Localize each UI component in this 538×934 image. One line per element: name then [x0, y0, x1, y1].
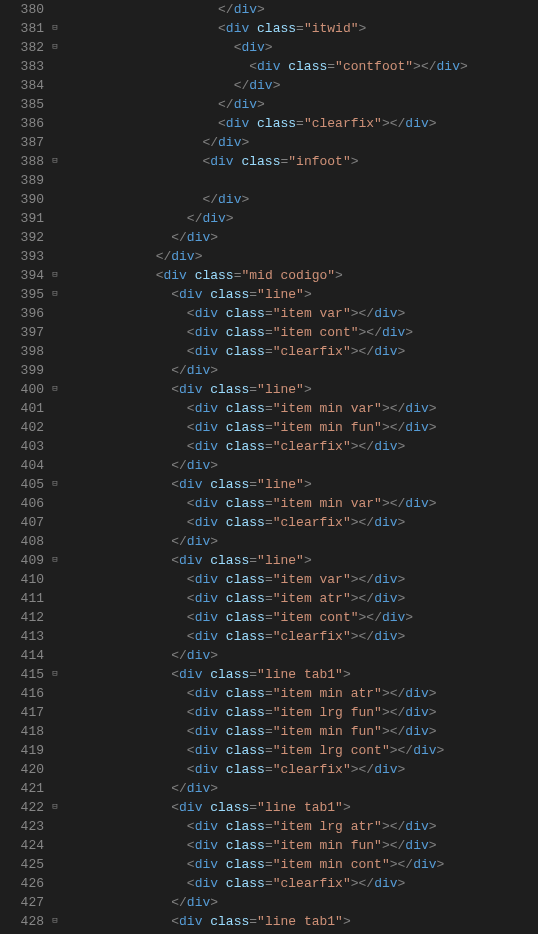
code-line[interactable]: <div class="clearfix"></div>: [62, 342, 538, 361]
code-line[interactable]: [62, 171, 538, 190]
code-line[interactable]: <div class="item cont"></div>: [62, 323, 538, 342]
code-line[interactable]: <div class="line tab1">: [62, 665, 538, 684]
fold-column: ⊟⊟⊟⊟⊟⊟⊟⊟⊟⊟⊟: [48, 0, 62, 934]
fold-spacer: [48, 703, 62, 722]
code-line[interactable]: <div class="line tab1">: [62, 798, 538, 817]
code-line[interactable]: </div>: [62, 456, 538, 475]
line-number: 389: [0, 171, 44, 190]
code-line[interactable]: <div class="line">: [62, 475, 538, 494]
fold-toggle-icon[interactable]: ⊟: [48, 152, 62, 171]
code-line[interactable]: </div>: [62, 361, 538, 380]
code-line[interactable]: <div class="item min atr"></div>: [62, 684, 538, 703]
line-number: 382: [0, 38, 44, 57]
line-number: 421: [0, 779, 44, 798]
line-number: 420: [0, 760, 44, 779]
code-line[interactable]: <div class="item atr"></div>: [62, 589, 538, 608]
fold-spacer: [48, 722, 62, 741]
code-line[interactable]: <div class="item min var"></div>: [62, 494, 538, 513]
code-line[interactable]: <div class="item lrg fun"></div>: [62, 703, 538, 722]
line-number: 414: [0, 646, 44, 665]
code-line[interactable]: <div class="item min fun"></div>: [62, 722, 538, 741]
line-number: 422: [0, 798, 44, 817]
code-line[interactable]: </div>: [62, 190, 538, 209]
fold-toggle-icon[interactable]: ⊟: [48, 912, 62, 931]
code-line[interactable]: <div class="item min var"></div>: [62, 399, 538, 418]
code-line[interactable]: <div class="clearfix"></div>: [62, 627, 538, 646]
code-line[interactable]: <div class="item min fun"></div>: [62, 836, 538, 855]
fold-toggle-icon[interactable]: ⊟: [48, 798, 62, 817]
fold-spacer: [48, 95, 62, 114]
line-number: 416: [0, 684, 44, 703]
fold-spacer: [48, 76, 62, 95]
code-line[interactable]: <div class="line tab1">: [62, 912, 538, 931]
line-number: 385: [0, 95, 44, 114]
code-line[interactable]: <div class="line">: [62, 551, 538, 570]
fold-spacer: [48, 190, 62, 209]
fold-spacer: [48, 209, 62, 228]
fold-spacer: [48, 874, 62, 893]
line-number: 406: [0, 494, 44, 513]
fold-toggle-icon[interactable]: ⊟: [48, 380, 62, 399]
line-number: 388: [0, 152, 44, 171]
code-line[interactable]: <div class="line">: [62, 380, 538, 399]
code-line[interactable]: <div class="item min fun"></div>: [62, 418, 538, 437]
code-line[interactable]: </div>: [62, 247, 538, 266]
line-number: 391: [0, 209, 44, 228]
code-line[interactable]: </div>: [62, 893, 538, 912]
line-number: 424: [0, 836, 44, 855]
fold-spacer: [48, 817, 62, 836]
code-line[interactable]: </div>: [62, 95, 538, 114]
code-line[interactable]: </div>: [62, 0, 538, 19]
code-line[interactable]: <div class="item var"></div>: [62, 304, 538, 323]
code-line[interactable]: <div class="item lrg cont"></div>: [62, 741, 538, 760]
code-line[interactable]: <div class="mid codigo">: [62, 266, 538, 285]
code-line[interactable]: <div class="item var"></div>: [62, 570, 538, 589]
line-number: 380: [0, 0, 44, 19]
fold-spacer: [48, 437, 62, 456]
line-number: 384: [0, 76, 44, 95]
fold-toggle-icon[interactable]: ⊟: [48, 19, 62, 38]
line-number: 400: [0, 380, 44, 399]
code-line[interactable]: </div>: [62, 228, 538, 247]
line-number: 386: [0, 114, 44, 133]
fold-spacer: [48, 608, 62, 627]
fold-toggle-icon[interactable]: ⊟: [48, 551, 62, 570]
fold-spacer: [48, 304, 62, 323]
line-number: 409: [0, 551, 44, 570]
code-line[interactable]: <div class="item lrg atr"></div>: [62, 817, 538, 836]
line-number: 426: [0, 874, 44, 893]
line-number: 423: [0, 817, 44, 836]
line-number: 402: [0, 418, 44, 437]
code-line[interactable]: <div class="contfoot"></div>: [62, 57, 538, 76]
code-line[interactable]: <div class="clearfix"></div>: [62, 513, 538, 532]
line-number: 408: [0, 532, 44, 551]
code-area[interactable]: </div> <div class="itwid"> <div> <div cl…: [62, 0, 538, 934]
code-line[interactable]: </div>: [62, 779, 538, 798]
line-number-gutter: 3803813823833843853863873883893903913923…: [0, 0, 48, 934]
code-line[interactable]: <div class="clearfix"></div>: [62, 874, 538, 893]
code-line[interactable]: </div>: [62, 532, 538, 551]
fold-toggle-icon[interactable]: ⊟: [48, 285, 62, 304]
code-line[interactable]: </div>: [62, 209, 538, 228]
line-number: 395: [0, 285, 44, 304]
line-number: 427: [0, 893, 44, 912]
code-line[interactable]: </div>: [62, 646, 538, 665]
code-line[interactable]: </div>: [62, 76, 538, 95]
code-line[interactable]: <div class="itwid">: [62, 19, 538, 38]
code-line[interactable]: </div>: [62, 133, 538, 152]
fold-toggle-icon[interactable]: ⊟: [48, 38, 62, 57]
code-line[interactable]: <div class="item cont"></div>: [62, 608, 538, 627]
code-line[interactable]: <div>: [62, 38, 538, 57]
code-line[interactable]: <div class="infoot">: [62, 152, 538, 171]
code-line[interactable]: <div class="clearfix"></div>: [62, 114, 538, 133]
code-line[interactable]: <div class="clearfix"></div>: [62, 760, 538, 779]
code-line[interactable]: <div class="line">: [62, 285, 538, 304]
line-number: 407: [0, 513, 44, 532]
line-number: 410: [0, 570, 44, 589]
fold-toggle-icon[interactable]: ⊟: [48, 475, 62, 494]
code-line[interactable]: <div class="item min cont"></div>: [62, 855, 538, 874]
fold-toggle-icon[interactable]: ⊟: [48, 665, 62, 684]
fold-spacer: [48, 646, 62, 665]
code-line[interactable]: <div class="clearfix"></div>: [62, 437, 538, 456]
fold-toggle-icon[interactable]: ⊟: [48, 266, 62, 285]
